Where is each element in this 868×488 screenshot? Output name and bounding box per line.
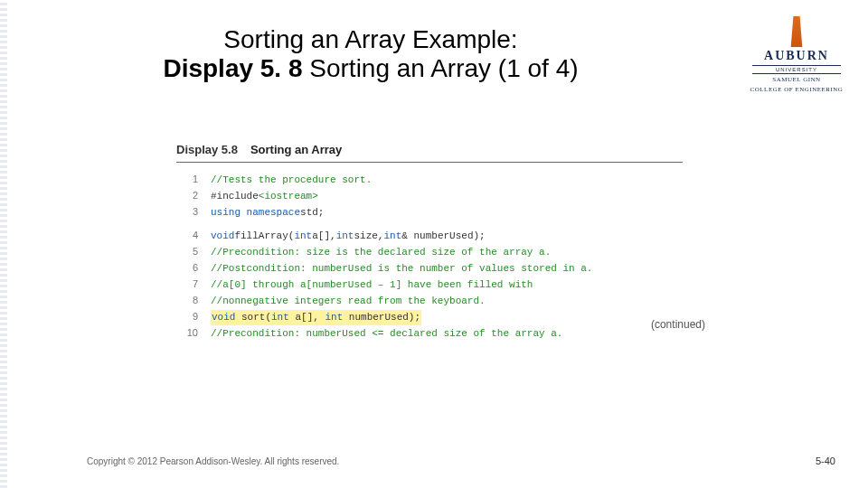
line-number: 10 <box>176 325 198 341</box>
code-text: a[], <box>312 229 335 244</box>
title-bold: Display 5. 8 <box>163 54 302 82</box>
title-line-2: Display 5. 8 Sorting an Array (1 of 4) <box>0 54 741 83</box>
title-rest: Sorting an Array (1 of 4) <box>303 54 579 82</box>
logo-university: UNIVERSITY <box>752 65 841 74</box>
code-line-4: 4 void fillArray(int a[], int size, int&… <box>176 228 701 244</box>
code-line-9: 9 void sort(int a[], int numberUsed); <box>176 309 701 325</box>
line-number: 8 <box>176 293 198 308</box>
code-type: int <box>383 229 401 244</box>
line-number: 4 <box>176 228 198 243</box>
code-text: numberUsed); <box>343 312 420 323</box>
display-header: Display 5.8 Sorting an Array <box>176 143 701 162</box>
code-comment: //a[0] through a[numberUsed – 1] have be… <box>211 277 533 293</box>
code-line-3: 3 using namespace std; <box>176 204 701 221</box>
code-text: sort( <box>235 312 271 323</box>
code-include: <iostream> <box>259 189 318 204</box>
code-type: int <box>325 312 343 323</box>
logo-college-line1: SAMUEL GINN <box>747 77 846 84</box>
line-number: 2 <box>176 188 198 203</box>
slide: Sorting an Array Example: Display 5. 8 S… <box>0 0 868 488</box>
code-keyword: using namespace <box>211 205 300 221</box>
code-comment: //Tests the procedure sort. <box>211 173 372 188</box>
page-number: 5-40 <box>816 455 835 466</box>
code-line-2: 2 #include <iostream> <box>176 188 701 204</box>
code-line-7: 7 //a[0] through a[numberUsed – 1] have … <box>176 277 701 293</box>
line-number: 6 <box>176 260 198 276</box>
line-number: 1 <box>176 172 198 187</box>
code-line-6: 6 //Postcondition: numberUsed is the num… <box>176 260 701 277</box>
line-number: 9 <box>176 309 198 324</box>
copyright-text: Copyright © 2012 Pearson Addison-Wesley.… <box>87 456 339 466</box>
code-text: & numberUsed); <box>401 229 485 244</box>
line-number: 5 <box>176 244 198 259</box>
highlighted-code: void sort(int a[], int numberUsed); <box>211 310 421 325</box>
code-keyword: void <box>212 312 235 323</box>
logo-word: AUBURN <box>747 49 846 63</box>
code-type: int <box>294 229 312 244</box>
display-number: Display 5.8 <box>176 143 238 156</box>
code-line-10: 10 //Precondition: numberUsed <= declare… <box>176 325 701 342</box>
code-comment: //Precondition: numberUsed <= declared s… <box>211 326 562 342</box>
code-line-8: 8 //nonnegative integers read from the k… <box>176 293 701 309</box>
logo-college-line2: COLLEGE OF ENGINEERING <box>747 87 846 94</box>
code-text: size, <box>354 229 383 244</box>
code-display: Display 5.8 Sorting an Array 1 //Tests t… <box>176 143 701 342</box>
code-text: std; <box>300 205 324 221</box>
code-comment: //Postcondition: numberUsed is the numbe… <box>211 261 592 277</box>
title-block: Sorting an Array Example: Display 5. 8 S… <box>0 25 741 83</box>
line-number: 7 <box>176 277 198 292</box>
code-text: fillArray( <box>234 229 294 244</box>
header-rule <box>176 162 683 163</box>
code-line-5: 5 //Precondition: size is the declared s… <box>176 244 701 260</box>
blank-line <box>176 221 701 228</box>
display-title: Sorting an Array <box>250 143 342 156</box>
code-text: #include <box>211 189 259 204</box>
line-number: 3 <box>176 204 198 220</box>
continued-label: (continued) <box>651 318 705 331</box>
code-line-1: 1 //Tests the procedure sort. <box>176 172 701 188</box>
auburn-logo: AUBURN UNIVERSITY SAMUEL GINN COLLEGE OF… <box>747 16 846 93</box>
code-comment: //nonnegative integers read from the key… <box>211 294 486 309</box>
code-keyword: void <box>211 229 234 244</box>
code-text: a[], <box>289 312 326 323</box>
code-comment: //Precondition: size is the declared siz… <box>211 245 551 260</box>
code-type: int <box>336 229 354 244</box>
tower-icon <box>788 16 805 47</box>
code-type: int <box>271 312 289 323</box>
title-line-1: Sorting an Array Example: <box>0 25 741 54</box>
